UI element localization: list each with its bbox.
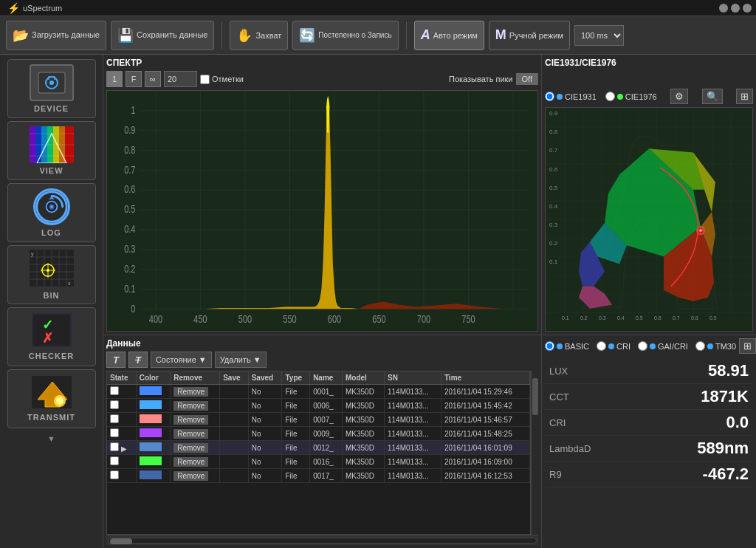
cie1931-radio-label[interactable]: CIE1931 xyxy=(545,92,597,101)
cell-type: File xyxy=(282,385,310,399)
gai-radio[interactable] xyxy=(638,341,647,351)
maximize-button[interactable] xyxy=(743,4,752,13)
window-controls[interactable] xyxy=(719,4,752,13)
sidebar-item-device[interactable]: DEVICE xyxy=(7,59,96,118)
off-button[interactable]: Off xyxy=(516,73,538,85)
minimize-button[interactable] xyxy=(731,4,740,13)
svg-text:0.7: 0.7 xyxy=(124,164,135,176)
col-name: Name xyxy=(310,371,343,385)
cell-save xyxy=(220,427,249,441)
cie1931-radio[interactable] xyxy=(545,92,554,101)
cri-tab[interactable]: CRI xyxy=(597,341,630,351)
spectrum-controls: 1 F ∞ Отметки Показывать пики Off xyxy=(106,71,538,87)
table-row[interactable]: ▶ Remove No File 0012_ MK350D 114M0133..… xyxy=(107,441,530,455)
sidebar-item-checker[interactable]: ✓ ✗ CHECKER xyxy=(7,307,96,366)
peaks-label: Показывать пики xyxy=(449,75,513,83)
svg-text:0.9: 0.9 xyxy=(124,125,135,137)
meas-grid-button[interactable]: ⊞ xyxy=(739,338,756,354)
tm30-radio[interactable] xyxy=(695,341,705,351)
table-row[interactable]: Remove No File 0006_ MK350D 114M0133... … xyxy=(107,399,530,413)
basic-tab[interactable]: BASIC xyxy=(545,341,589,351)
lambdad-label: LambdaD xyxy=(549,443,591,454)
sidebar-item-bin[interactable]: y x BIN xyxy=(7,245,96,304)
basic-dot xyxy=(557,343,563,349)
cell-saved: No xyxy=(248,413,282,427)
checker-icon: ✓ ✗ xyxy=(32,313,72,349)
cri-radio[interactable] xyxy=(597,341,606,351)
sidebar-item-view[interactable]: VIEW xyxy=(7,121,96,180)
basic-radio[interactable] xyxy=(545,341,554,351)
svg-text:0.2: 0.2 xyxy=(580,315,588,321)
spec-btn-f[interactable]: F xyxy=(126,71,142,87)
cell-type: File xyxy=(282,399,310,413)
sidebar: DEVICE xyxy=(0,55,103,548)
capture-button[interactable]: ✋ Захват xyxy=(230,21,288,50)
text-style-button-2[interactable]: T xyxy=(128,352,148,368)
record-button[interactable]: 🔄 Постепенно о Запись xyxy=(292,21,398,50)
status-dropdown[interactable]: Состояние ▼ xyxy=(151,352,212,368)
cie1976-radio[interactable] xyxy=(605,92,615,101)
sidebar-item-log[interactable]: LOG xyxy=(7,183,96,242)
cie-grid-button[interactable]: ⊞ xyxy=(736,89,753,104)
svg-text:500: 500 xyxy=(238,313,252,325)
spec-value-input[interactable] xyxy=(164,71,197,87)
table-row[interactable]: Remove No File 0016_ MK350D 114M0133... … xyxy=(107,455,530,469)
table-row[interactable]: Remove No File 0017_ MK350D 114M0133... … xyxy=(107,469,530,483)
close-button[interactable] xyxy=(719,4,728,13)
vertical-scrollbar[interactable] xyxy=(531,371,538,535)
svg-text:0.1: 0.1 xyxy=(124,283,135,295)
spec-btn-1[interactable]: 1 xyxy=(106,71,123,87)
measurements-panel: BASIC CRI GAI/CRI TM xyxy=(542,335,756,548)
cell-time: 2016/11/04 16:09:00 xyxy=(441,455,529,469)
table-row[interactable]: Remove No File 0007_ MK350D 114M0133... … xyxy=(107,413,530,427)
cie-zoom-button[interactable]: 🔍 xyxy=(702,89,723,104)
marks-checkbox-label[interactable]: Отметки xyxy=(200,75,244,84)
time-select[interactable]: 100 ms xyxy=(574,25,624,46)
table-row[interactable]: Remove No File 0001_ MK350D 114M0133... … xyxy=(107,385,530,399)
cie-settings-button[interactable]: ⚙ xyxy=(670,89,688,104)
gai-dot xyxy=(650,343,656,349)
spectrum-panel: СПЕКТР 1 F ∞ Отметки Показывать пики Off xyxy=(103,55,542,335)
horizontal-scrollbar[interactable] xyxy=(106,535,538,545)
svg-text:650: 650 xyxy=(372,313,385,325)
vscroll-thumb[interactable] xyxy=(532,378,538,415)
transmit-label: TRANSMIT xyxy=(27,413,75,422)
data-table: State Color Remove Save Saved Type Name … xyxy=(107,371,530,483)
text-style-button-1[interactable]: T xyxy=(106,352,126,368)
cell-model: MK350D xyxy=(342,455,384,469)
cell-time: 2016/11/04 15:46:57 xyxy=(441,413,529,427)
auto-mode-button[interactable]: A Авто режим xyxy=(414,21,484,50)
manual-mode-button[interactable]: M Ручной режим xyxy=(489,21,570,50)
scroll-down-arrow[interactable]: ▼ xyxy=(7,431,96,446)
lambdad-value: 589nm xyxy=(697,439,749,458)
tm30-dot xyxy=(707,343,713,349)
svg-text:0.6: 0.6 xyxy=(654,315,662,321)
table-row[interactable]: Remove No File 0009_ MK350D 114M0133... … xyxy=(107,427,530,441)
sidebar-item-transmit[interactable]: TRANSMIT xyxy=(7,369,96,428)
svg-point-43 xyxy=(56,397,63,405)
cell-remove: Remove xyxy=(171,455,220,469)
data-table-wrapper[interactable]: State Color Remove Save Saved Type Name … xyxy=(106,371,531,535)
tm30-tab[interactable]: TM30 xyxy=(695,341,736,351)
svg-text:1: 1 xyxy=(131,105,135,117)
gai-tab[interactable]: GAI/CRI xyxy=(638,341,688,351)
delete-dropdown[interactable]: Удалить ▼ xyxy=(215,352,267,368)
cell-sn: 114M0133... xyxy=(385,441,441,455)
spec-btn-inf[interactable]: ∞ xyxy=(145,71,161,87)
hscroll-track[interactable] xyxy=(108,538,537,544)
cell-save xyxy=(220,469,249,483)
col-type: Type xyxy=(282,371,310,385)
svg-text:700: 700 xyxy=(417,313,430,325)
cie1976-radio-label[interactable]: CIE1976 xyxy=(605,92,657,101)
cie1931-dot xyxy=(557,94,563,100)
cie-title: CIE1931/CIE1976 xyxy=(545,58,753,68)
svg-text:0.5: 0.5 xyxy=(549,185,558,191)
load-data-button[interactable]: 📂 Загрузить данные xyxy=(6,21,106,50)
svg-point-101 xyxy=(699,229,702,232)
cell-state: ▶ xyxy=(107,441,136,455)
cell-remove: Remove xyxy=(171,469,220,483)
hscroll-thumb[interactable] xyxy=(110,538,132,544)
separator1 xyxy=(221,22,222,49)
marks-checkbox[interactable] xyxy=(200,75,210,84)
save-data-button[interactable]: 💾 Сохранить данные xyxy=(111,21,214,50)
